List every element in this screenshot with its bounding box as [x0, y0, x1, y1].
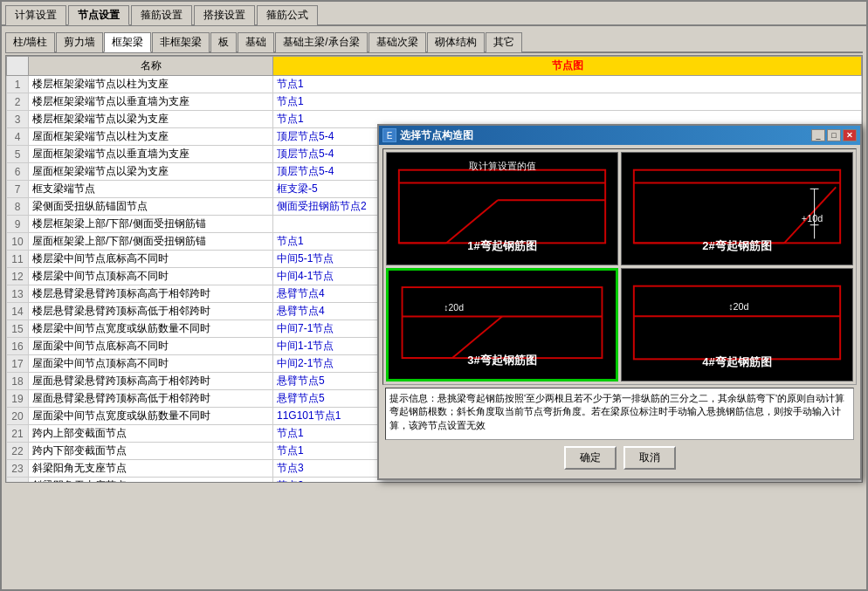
- svg-rect-14: [403, 287, 603, 358]
- tab-dajie[interactable]: 搭接设置: [194, 5, 255, 25]
- tab-gujin-formula[interactable]: 箍筋公式: [257, 5, 318, 25]
- svg-rect-20: [634, 286, 840, 360]
- sub-tab-ban[interactable]: 板: [210, 32, 237, 52]
- row-num: 5: [7, 146, 29, 163]
- row-name: 楼层梁中间节点顶标高不同时: [29, 268, 273, 285]
- row-name: 屋面梁中间节点宽度或纵筋数量不同时: [29, 408, 273, 425]
- row-name: 楼层框架梁端节点以垂直墙为支座: [29, 93, 273, 111]
- sub-tab-jichu[interactable]: 基础: [238, 32, 274, 52]
- ok-button[interactable]: 确定: [564, 446, 617, 470]
- row-name: 跨内下部变截面节点: [29, 443, 273, 460]
- row-num: 7: [7, 181, 29, 198]
- row-name: 框支梁端节点: [29, 181, 273, 198]
- dialog-maximize-button[interactable]: □: [827, 129, 841, 141]
- row-node[interactable]: 节点1: [273, 93, 862, 111]
- node-diagram-grid: 取计算设置的值 1#弯起钢筋图 +10d: [382, 148, 857, 385]
- row-name: 楼层悬臂梁悬臂跨顶标高高于相邻跨时: [29, 285, 273, 303]
- cancel-button[interactable]: 取消: [623, 446, 676, 470]
- row-num: 2: [7, 93, 29, 111]
- sub-tab-jichu-ciliang[interactable]: 基础次梁: [369, 32, 426, 52]
- tab-jisuan[interactable]: 计算设置: [5, 5, 66, 25]
- svg-text:+10d: +10d: [802, 213, 823, 223]
- svg-line-17: [452, 316, 502, 358]
- row-name: 屋面悬臂梁悬臂跨顶标高高于相邻跨时: [29, 373, 273, 390]
- row-name: 梁侧面受扭纵筋锚固节点: [29, 198, 273, 216]
- dialog-minimize-button[interactable]: _: [811, 129, 825, 141]
- sub-tab-bar: 柱/墙柱 剪力墙 框架梁 非框架梁 板 基础 基础主梁/承台梁 基础次梁 砌体结…: [5, 30, 863, 53]
- node-cell-4[interactable]: ↕20d 4#弯起钢筋图: [621, 268, 853, 381]
- sub-tab-kuangjialiang[interactable]: 框架梁: [104, 32, 151, 52]
- row-name: 屋面悬臂梁悬臂跨顶标高低于相邻跨时: [29, 390, 273, 408]
- row-num: 9: [7, 216, 29, 233]
- row-name: 楼层梁中间节点宽度或纵筋数量不同时: [29, 320, 273, 338]
- tab-jiedian[interactable]: 节点设置: [68, 5, 129, 25]
- row-name: 楼层梁中间节点底标高不同时: [29, 251, 273, 268]
- svg-line-2: [446, 200, 498, 243]
- col-node-header: 节点图: [273, 57, 862, 76]
- row-name: 屋面框架梁上部/下部/侧面受扭钢筋锚: [29, 233, 273, 251]
- hint-text: 悬挑梁弯起钢筋按照'至少两根且若不少于第一排纵筋的三分之二，其余纵筋弯下'的原则…: [389, 393, 844, 430]
- row-num: 23: [7, 460, 29, 478]
- row-num: 10: [7, 233, 29, 251]
- row-num: 6: [7, 163, 29, 181]
- svg-rect-5: [634, 170, 840, 244]
- cell4-label: 4#弯起钢筋图: [702, 354, 771, 370]
- row-num: 22: [7, 443, 29, 460]
- top-tab-bar: 计算设置 节点设置 箍筋设置 搭接设置 箍筋公式: [2, 2, 866, 26]
- row-node[interactable]: 节点1: [273, 76, 862, 93]
- dialog-icon: E: [382, 128, 396, 142]
- row-name: 斜梁阴角无支座节点: [29, 478, 273, 484]
- svg-text:↕20d: ↕20d: [444, 303, 464, 313]
- cell1-top-label: 取计算设置的值: [469, 160, 536, 173]
- table-row[interactable]: 2楼层框架梁端节点以垂直墙为支座节点1: [7, 93, 862, 111]
- row-num: 1: [7, 76, 29, 93]
- row-name: 楼层框架梁上部/下部/侧面受扭钢筋锚: [29, 216, 273, 233]
- sub-tab-jichu-zhuliang[interactable]: 基础主梁/承台梁: [275, 32, 367, 52]
- row-num: 11: [7, 251, 29, 268]
- row-num: 4: [7, 128, 29, 146]
- row-num: 21: [7, 425, 29, 443]
- row-num: 24: [7, 478, 29, 484]
- col-name-header: 名称: [29, 57, 273, 76]
- row-name: 斜梁阳角无支座节点: [29, 460, 273, 478]
- row-name: 屋面框架梁端节点以垂直墙为支座: [29, 146, 273, 163]
- node-diagram-dialog: E 选择节点构造图 _ □ ✕: [377, 124, 862, 480]
- row-num: 18: [7, 373, 29, 390]
- svg-text:↕20d: ↕20d: [728, 301, 748, 312]
- sub-tab-qita[interactable]: 其它: [486, 32, 522, 52]
- row-name: 楼层悬臂梁悬臂跨顶标高低于相邻跨时: [29, 303, 273, 320]
- row-name: 楼层框架梁端节点以梁为支座: [29, 111, 273, 128]
- node-cell-2[interactable]: +10d 2#弯起钢筋图: [621, 152, 853, 265]
- node-cell-3[interactable]: ↕20d 3#弯起钢筋图: [386, 268, 618, 381]
- row-num: 19: [7, 390, 29, 408]
- dialog-title-text: 选择节点构造图: [400, 128, 811, 143]
- row-num: 12: [7, 268, 29, 285]
- sub-tab-zhucheng[interactable]: 柱/墙柱: [5, 32, 55, 52]
- cell1-label: 1#弯起钢筋图: [467, 238, 536, 254]
- cell2-label: 2#弯起钢筋图: [702, 238, 771, 254]
- sub-tab-jianliuqiang[interactable]: 剪力墙: [56, 32, 103, 52]
- row-num: 15: [7, 320, 29, 338]
- row-num: 14: [7, 303, 29, 320]
- cell3-label: 3#弯起钢筋图: [467, 353, 536, 368]
- row-num: 3: [7, 111, 29, 128]
- col-num-header: [7, 57, 29, 76]
- main-window: 计算设置 节点设置 箍筋设置 搭接设置 箍筋公式 柱/墙柱 剪力墙 框架梁 非框…: [0, 0, 868, 591]
- sub-tab-feikuangjia[interactable]: 非框架梁: [152, 32, 210, 52]
- dialog-window-buttons: _ □ ✕: [811, 129, 857, 141]
- row-num: 17: [7, 355, 29, 373]
- dialog-close-button[interactable]: ✕: [843, 129, 857, 141]
- hint-label: 提示信息：: [389, 393, 437, 403]
- row-name: 屋面梁中间节点底标高不同时: [29, 338, 273, 355]
- dialog-button-row: 确定 取消: [382, 443, 857, 475]
- table-row[interactable]: 1楼层框架梁端节点以柱为支座节点1: [7, 76, 862, 93]
- sub-tab-qiti[interactable]: 砌体结构: [427, 32, 485, 52]
- dialog-content-area: 取计算设置的值 1#弯起钢筋图 +10d: [379, 145, 860, 478]
- row-name: 屋面框架梁端节点以梁为支座: [29, 163, 273, 181]
- row-num: 13: [7, 285, 29, 303]
- row-name: 屋面梁中间节点顶标高不同时: [29, 355, 273, 373]
- row-name: 屋面框架梁端节点以柱为支座: [29, 128, 273, 146]
- node-cell-1[interactable]: 取计算设置的值 1#弯起钢筋图: [386, 152, 618, 265]
- tab-gujin[interactable]: 箍筋设置: [131, 5, 192, 25]
- hint-area: 提示信息：悬挑梁弯起钢筋按照'至少两根且若不少于第一排纵筋的三分之二，其余纵筋弯…: [385, 388, 854, 440]
